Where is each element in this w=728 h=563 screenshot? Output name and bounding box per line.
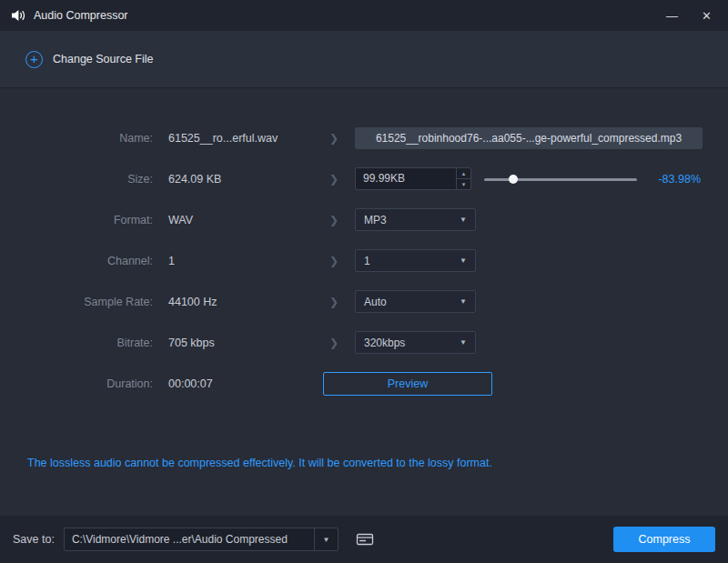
format-label: Format: — [0, 214, 153, 226]
size-label: Size: — [0, 173, 153, 186]
size-slider[interactable] — [484, 173, 637, 186]
spinner-up-icon[interactable]: ▲ — [457, 168, 470, 178]
duration-source-value: 00:00:07 — [153, 377, 313, 390]
save-path-dropdown-button[interactable]: ▼ — [314, 528, 338, 550]
size-source-value: 624.09 KB — [153, 173, 313, 186]
sample-rate-selected-value: Auto — [364, 296, 387, 308]
target-size-value[interactable]: 99.99KB — [356, 168, 456, 189]
size-slider-track[interactable] — [484, 178, 637, 181]
field-row-bitrate: Bitrate: 705 kbps ❯ 320kbps ▼ — [0, 322, 728, 363]
speaker-icon — [11, 9, 25, 22]
target-size-spinner[interactable]: 99.99KB ▲ ▼ — [355, 167, 471, 190]
sample-rate-dropdown[interactable]: Auto ▼ — [355, 290, 476, 313]
window-title: Audio Compressor — [34, 9, 128, 22]
chevron-down-icon: ▼ — [460, 338, 467, 347]
chevron-right-icon: ❯ — [313, 173, 355, 186]
titlebar: Audio Compressor — ✕ — [0, 0, 728, 31]
size-reduction-percent: -83.98% — [658, 173, 703, 186]
format-selected-value: MP3 — [364, 214, 387, 226]
main-content: Name: 61525__ro...erful.wav ❯ 61525__rob… — [0, 88, 728, 516]
sample-rate-source-value: 44100 Hz — [153, 296, 313, 308]
preview-button[interactable]: Preview — [323, 372, 492, 396]
name-label: Name: — [0, 132, 153, 145]
change-source-file-label: Change Source File — [53, 53, 153, 65]
open-folder-icon — [356, 532, 374, 547]
name-source-value: 61525__ro...erful.wav — [153, 132, 313, 145]
save-path-group: ▼ — [64, 528, 339, 551]
channel-source-value: 1 — [153, 255, 313, 267]
chevron-down-icon: ▼ — [460, 216, 467, 224]
chevron-right-icon: ❯ — [313, 214, 355, 226]
chevron-down-icon: ▼ — [460, 297, 467, 306]
header-band: + Change Source File — [0, 31, 728, 88]
field-row-duration: Duration: 00:00:07 Preview — [0, 363, 728, 404]
format-dropdown[interactable]: MP3 ▼ — [355, 208, 476, 231]
bottom-bar: Save to: ▼ Compress — [0, 516, 728, 563]
bitrate-selected-value: 320kbps — [364, 337, 405, 349]
window-controls: — ✕ — [666, 10, 717, 22]
channel-selected-value: 1 — [364, 255, 370, 267]
output-filename-field[interactable]: 61525__robinhood76-...aa055-...ge-powerf… — [355, 127, 703, 149]
chevron-right-icon: ❯ — [313, 132, 355, 145]
save-path-input[interactable] — [65, 528, 314, 550]
channel-label: Channel: — [0, 255, 153, 267]
chevron-right-icon: ❯ — [313, 337, 355, 349]
sample-rate-label: Sample Rate: — [0, 296, 153, 308]
chevron-right-icon: ❯ — [313, 296, 355, 308]
chevron-right-icon: ❯ — [313, 255, 355, 267]
size-spinner-controls: ▲ ▼ — [456, 168, 470, 189]
lossless-notice-text: The lossless audio cannot be compressed … — [27, 457, 728, 469]
field-row-sample-rate: Sample Rate: 44100 Hz ❯ Auto ▼ — [0, 281, 728, 322]
close-button[interactable]: ✕ — [702, 10, 712, 22]
bitrate-label: Bitrate: — [0, 337, 153, 349]
chevron-down-icon: ▼ — [460, 256, 467, 265]
chevron-down-icon: ▼ — [322, 536, 329, 544]
channel-dropdown[interactable]: 1 ▼ — [355, 249, 476, 272]
browse-folder-button[interactable] — [351, 528, 379, 550]
plus-circle-icon: + — [25, 51, 43, 68]
audio-compressor-window: Audio Compressor — ✕ + Change Source Fil… — [0, 0, 728, 563]
minimize-button[interactable]: — — [666, 10, 678, 22]
size-slider-handle[interactable] — [509, 175, 518, 184]
field-row-size: Size: 624.09 KB ❯ 99.99KB ▲ ▼ -83.98% — [0, 158, 728, 199]
save-to-label: Save to: — [13, 533, 55, 546]
change-source-file-button[interactable]: + Change Source File — [25, 51, 153, 68]
field-row-format: Format: WAV ❯ MP3 ▼ — [0, 199, 728, 240]
field-row-name: Name: 61525__ro...erful.wav ❯ 61525__rob… — [0, 117, 728, 158]
bitrate-source-value: 705 kbps — [153, 337, 313, 349]
spinner-down-icon[interactable]: ▼ — [457, 178, 470, 189]
field-row-channel: Channel: 1 ❯ 1 ▼ — [0, 240, 728, 281]
bitrate-dropdown[interactable]: 320kbps ▼ — [355, 331, 476, 354]
duration-label: Duration: — [0, 377, 153, 390]
compress-button[interactable]: Compress — [613, 527, 715, 552]
format-source-value: WAV — [153, 214, 313, 226]
